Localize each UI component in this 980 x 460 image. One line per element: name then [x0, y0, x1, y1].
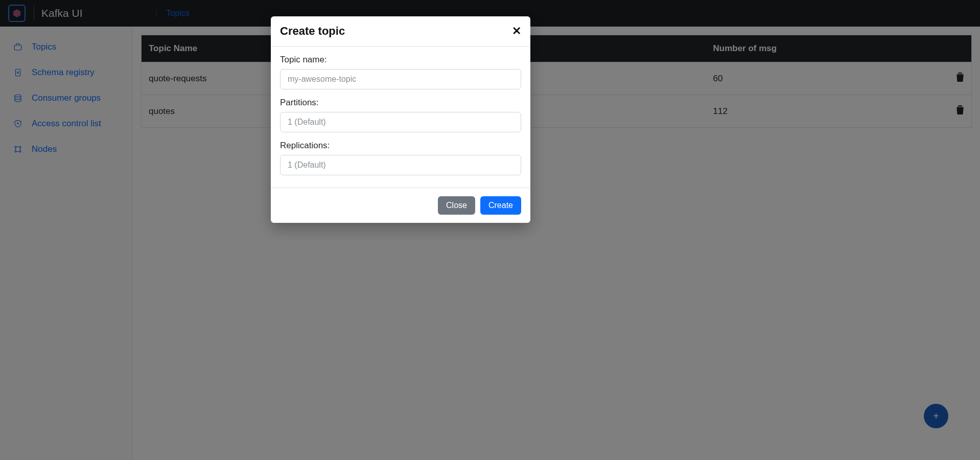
close-button[interactable]: Close: [438, 196, 475, 215]
modal-footer: Close Create: [271, 188, 530, 223]
create-button[interactable]: Create: [480, 196, 521, 215]
topic-name-label: Topic name:: [280, 55, 521, 65]
modal-header: Create topic ✕: [271, 16, 530, 47]
create-topic-modal: Create topic ✕ Topic name: Partitions: R…: [271, 16, 530, 223]
modal-close-button[interactable]: ✕: [512, 26, 521, 37]
modal-body: Topic name: Partitions: Replications:: [271, 47, 530, 188]
replications-label: Replications:: [280, 141, 521, 151]
replications-input[interactable]: [280, 155, 521, 175]
partitions-label: Partitions:: [280, 98, 521, 108]
partitions-input[interactable]: [280, 112, 521, 132]
modal-title: Create topic: [280, 25, 345, 38]
topic-name-input[interactable]: [280, 69, 521, 89]
